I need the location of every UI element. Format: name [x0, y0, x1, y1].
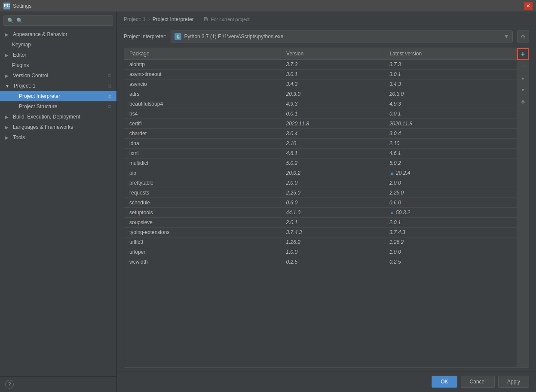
package-version: 20.0.2 — [281, 168, 384, 178]
copy-icon: ⧉ — [108, 104, 111, 109]
package-latest: 1.0.0 — [384, 247, 517, 257]
scroll-down-button[interactable]: ▼ — [517, 84, 529, 96]
breadcrumb-project: Project: 1 — [124, 16, 146, 22]
cancel-button[interactable]: Cancel — [461, 376, 495, 388]
package-name: setuptools — [124, 208, 281, 218]
search-input[interactable] — [16, 18, 109, 24]
arrow-icon: ▶ — [5, 53, 9, 58]
breadcrumb: Project: 1 › Project Interpreter 🖹 For c… — [117, 12, 536, 25]
package-name: soupsieve — [124, 218, 281, 228]
scroll-up-button[interactable]: ▲ — [517, 72, 529, 84]
package-name: multidict — [124, 158, 281, 168]
table-row[interactable]: typing-extensions3.7.4.33.7.4.3 — [124, 228, 517, 237]
package-version: 5.0.2 — [281, 158, 384, 168]
package-name: async-timeout — [124, 70, 281, 79]
scope-icon: 🖹 — [203, 16, 208, 22]
package-name: certifi — [124, 119, 281, 129]
arrow-icon: ▶ — [5, 125, 9, 130]
package-version: 2.0.0 — [281, 178, 384, 188]
copy-icon: ⧉ — [108, 83, 111, 89]
ok-button[interactable]: OK — [432, 376, 457, 388]
table-row[interactable]: schedule0.6.00.6.0 — [124, 198, 517, 208]
table-row[interactable]: urlopen1.0.01.0.0 — [124, 247, 517, 257]
table-row[interactable]: requests2.25.02.25.0 — [124, 188, 517, 198]
table-row[interactable]: chardet3.0.43.0.4 — [124, 129, 517, 139]
help-button[interactable]: ? — [5, 380, 14, 389]
package-version: 0.6.0 — [281, 198, 384, 208]
package-table: Package Version Latest version aiohttp3.… — [124, 48, 517, 267]
sidebar-item-plugins[interactable]: Plugins — [0, 60, 116, 70]
table-row[interactable]: wcwidth0.2.50.2.5 — [124, 257, 517, 267]
python-icon: 🐍 — [175, 33, 181, 40]
interpreter-select[interactable]: 🐍 Python 3.7 (1) E:\1\venv\Scripts\pytho… — [171, 30, 513, 43]
package-latest: 4.6.1 — [384, 149, 517, 158]
table-row[interactable]: lxml4.6.14.6.1 — [124, 149, 517, 158]
sidebar-bottom: ? — [0, 376, 116, 392]
table-header-row: Package Version Latest version — [124, 48, 517, 60]
table-row[interactable]: bs40.0.10.0.1 — [124, 109, 517, 119]
sidebar-item-build-execution[interactable]: ▶ Build, Execution, Deployment — [0, 112, 116, 122]
interpreter-settings-button[interactable]: ⚙ — [517, 30, 529, 43]
table-row[interactable]: attrs20.3.020.3.0 — [124, 89, 517, 99]
sidebar-item-languages[interactable]: ▶ Languages & Frameworks — [0, 122, 116, 132]
package-table-wrapper[interactable]: Package Version Latest version aiohttp3.… — [124, 48, 517, 367]
package-name: chardet — [124, 129, 281, 139]
table-row[interactable]: certifi2020.11.82020.11.8 — [124, 119, 517, 129]
package-latest: 20.3.0 — [384, 89, 517, 99]
table-row[interactable]: urllib31.26.21.26.2 — [124, 237, 517, 247]
table-row[interactable]: beautifulsoup44.9.34.9.3 — [124, 99, 517, 109]
package-version: 0.0.1 — [281, 109, 384, 119]
table-row[interactable]: prettytable2.0.02.0.0 — [124, 178, 517, 188]
table-row[interactable]: multidict5.0.25.0.2 — [124, 158, 517, 168]
table-row[interactable]: asyncio3.4.33.4.3 — [124, 79, 517, 89]
package-version: 3.0.1 — [281, 70, 384, 79]
sidebar-item-project-interpreter[interactable]: Project Interpreter ⧉ — [0, 91, 116, 101]
package-name: wcwidth — [124, 257, 281, 267]
table-row[interactable]: idna2.102.10 — [124, 139, 517, 149]
package-version: 2020.11.8 — [281, 119, 384, 129]
package-latest: 2.0.1 — [384, 218, 517, 228]
package-latest: 2020.11.8 — [384, 119, 517, 129]
package-latest: 2.0.0 — [384, 178, 517, 188]
add-package-button[interactable]: + — [517, 48, 529, 60]
table-row[interactable]: async-timeout3.0.13.0.1 — [124, 70, 517, 79]
sidebar-item-project[interactable]: ▼ Project: 1 ⧉ — [0, 81, 116, 91]
breadcrumb-current: Project Interpreter — [153, 16, 194, 22]
search-box[interactable]: 🔍 — [3, 15, 113, 26]
sidebar-item-appearance[interactable]: ▶ Appearance & Behavior — [0, 29, 116, 40]
interpreter-label: Project Interpreter: — [124, 33, 166, 40]
close-button[interactable]: ✕ — [524, 2, 533, 10]
package-latest: 3.0.4 — [384, 129, 517, 139]
table-row[interactable]: setuptools44.1.0▲ 50.3.2 — [124, 208, 517, 218]
package-name: asyncio — [124, 79, 281, 89]
package-version: 1.26.2 — [281, 237, 384, 247]
package-latest: 3.7.3 — [384, 60, 517, 70]
sidebar-item-label: Project: 1 — [14, 83, 36, 89]
package-name: idna — [124, 139, 281, 149]
sidebar-item-project-structure[interactable]: Project Structure ⧉ — [0, 101, 116, 112]
copy-icon: ⧉ — [108, 73, 111, 79]
package-version: 2.25.0 — [281, 188, 384, 198]
sidebar-item-label: Project Interpreter — [19, 93, 60, 99]
arrow-icon: ▶ — [5, 135, 9, 140]
apply-button[interactable]: Apply — [498, 376, 529, 388]
col-package: Package — [124, 48, 281, 60]
table-row[interactable]: pip20.0.2▲ 20.2.4 — [124, 168, 517, 178]
sidebar-item-label: Build, Execution, Deployment — [13, 114, 80, 120]
table-row[interactable]: soupsieve2.0.12.0.1 — [124, 218, 517, 228]
remove-package-button[interactable]: − — [517, 60, 529, 72]
package-latest: 0.0.1 — [384, 109, 517, 119]
package-name: requests — [124, 188, 281, 198]
package-latest: 0.6.0 — [384, 198, 517, 208]
sidebar-item-tools[interactable]: ▶ Tools — [0, 132, 116, 143]
table-row[interactable]: aiohttp3.7.33.7.3 — [124, 60, 517, 70]
sidebar-item-keymap[interactable]: Keymap — [0, 40, 116, 50]
interpreter-row: Project Interpreter: 🐍 Python 3.7 (1) E:… — [117, 25, 536, 48]
footer: OK Cancel Apply — [117, 371, 536, 392]
sidebar-item-version-control[interactable]: ▶ Version Control ⧉ — [0, 70, 116, 81]
eye-button[interactable]: 👁 — [517, 96, 529, 108]
package-table-container: Package Version Latest version aiohttp3.… — [124, 48, 529, 368]
package-version: 44.1.0 — [281, 208, 384, 218]
package-version: 2.10 — [281, 139, 384, 149]
sidebar-item-editor[interactable]: ▶ Editor — [0, 50, 116, 60]
